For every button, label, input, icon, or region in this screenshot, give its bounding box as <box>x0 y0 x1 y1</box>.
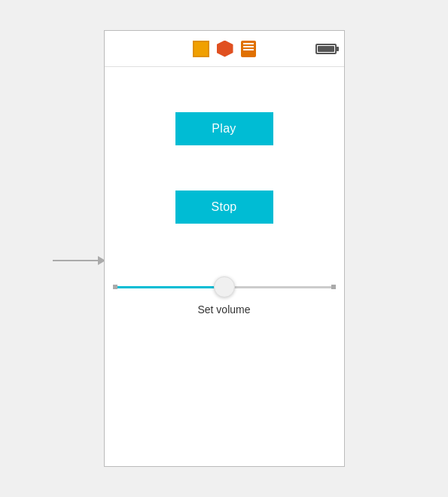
slider-end-left <box>113 285 117 289</box>
stop-button[interactable]: Stop <box>175 191 273 224</box>
square-icon[interactable] <box>193 41 209 57</box>
volume-label: Set volume <box>197 303 250 316</box>
slider-end-right <box>331 285 336 289</box>
battery-fill <box>318 46 334 52</box>
slider-fill <box>115 286 224 288</box>
arrow-indicator <box>53 256 105 265</box>
toolbar <box>105 31 344 67</box>
outer-frame: Play Stop Set volume <box>0 0 448 497</box>
content-area: Play Stop Set volume <box>105 67 344 466</box>
slider-section: Set volume <box>105 276 344 316</box>
toolbar-icons <box>193 41 256 57</box>
battery-icon <box>315 44 337 54</box>
cube-icon[interactable] <box>217 41 233 57</box>
play-button[interactable]: Play <box>175 112 273 145</box>
doc-icon[interactable] <box>241 41 256 57</box>
slider-container <box>115 276 334 297</box>
play-button-wrapper: Play <box>175 112 273 145</box>
slider-thumb[interactable] <box>214 276 235 297</box>
device-frame: Play Stop Set volume <box>104 30 345 467</box>
arrow-line <box>53 260 98 261</box>
stop-button-wrapper: Stop <box>175 191 273 224</box>
